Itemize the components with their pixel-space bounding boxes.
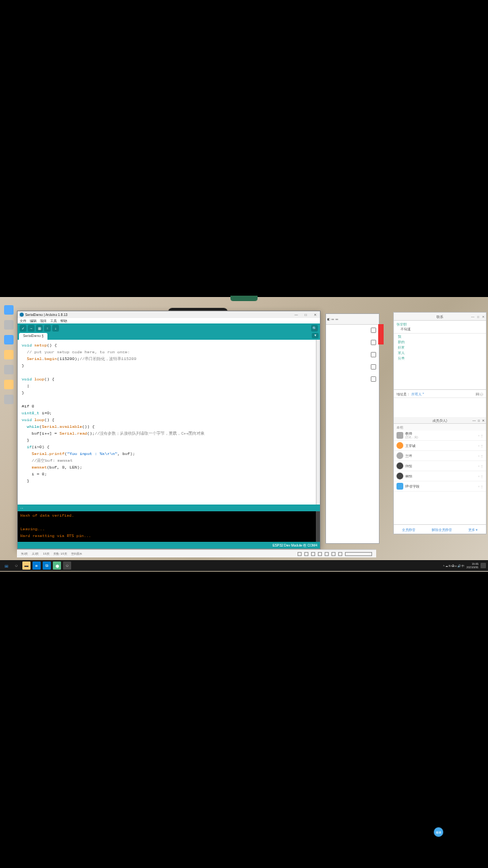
desktop-icon-folder[interactable]: [4, 350, 14, 359]
chat-current[interactable]: 张学明 不知道: [394, 321, 486, 334]
member-max-icon[interactable]: □: [478, 417, 480, 424]
new-button[interactable]: ▦: [36, 325, 43, 332]
addr-icons[interactable]: 回 ㊀: [476, 392, 483, 396]
browser-tool-icon[interactable]: [371, 376, 376, 382]
chat-cat[interactable]: 分类: [394, 355, 486, 361]
code-editor[interactable]: void setup() { // put your setup code he…: [18, 340, 320, 505]
chat-maximize-icon[interactable]: □: [477, 315, 479, 319]
browser-tool-icon[interactable]: [371, 352, 376, 357]
view-icon[interactable]: [298, 552, 302, 556]
taskbar-app[interactable]: ⬢: [53, 561, 61, 570]
chat-cat[interactable]: 好友: [394, 344, 486, 350]
chat-titlebar[interactable]: 联系 — □ ✕: [394, 313, 486, 321]
contact-actions[interactable]: ♀ ⋮: [478, 485, 483, 488]
menu-tools[interactable]: 工具: [50, 319, 57, 323]
contact-actions[interactable]: ♀ ⋮: [478, 475, 483, 478]
minimize-button[interactable]: —: [293, 313, 299, 317]
avatar: [396, 483, 403, 490]
contact-item[interactable]: 兰坪 ♀ ⋮: [394, 451, 486, 461]
chat-close-icon[interactable]: ✕: [482, 315, 485, 319]
desktop-icon-file[interactable]: [4, 365, 14, 374]
members-header[interactable]: 成员(9人) — □ ✕: [394, 417, 486, 424]
contacts-list[interactable]: 本组 教师(主机，我) ♀ ⋮ 王学诚 ♀ ⋮ 兰坪 ♀ ⋮ 许恒 ♀ ⋮ 林怡…: [394, 424, 486, 524]
close-button[interactable]: ✕: [312, 313, 318, 317]
chat-cat[interactable]: 家人: [394, 350, 486, 355]
clock[interactable]: 19:35 2021/3/31: [466, 562, 479, 569]
maximize-button[interactable]: □: [303, 313, 308, 317]
contact-actions[interactable]: ♀ ⋮: [478, 465, 483, 468]
chat-cat[interactable]: 我: [394, 334, 486, 339]
taskbar-vscode[interactable]: ⧉: [43, 561, 51, 570]
mute-all-button[interactable]: 全员静音: [402, 528, 415, 532]
member-min-icon[interactable]: —: [472, 417, 476, 424]
contact-actions[interactable]: ♀ ⋮: [478, 454, 483, 458]
contact-actions[interactable]: ♀ ⋮: [478, 444, 483, 448]
avatar: [396, 473, 403, 479]
taskbar-browser[interactable]: ○: [63, 561, 71, 570]
contact-item[interactable]: 王学诚 ♀ ⋮: [394, 441, 486, 451]
contact-item[interactable]: 教师(主机，我) ♀ ⋮: [394, 431, 486, 441]
console-output[interactable]: Hash of data verified. Leaving... Hard r…: [18, 511, 320, 542]
member-close-icon[interactable]: ✕: [482, 417, 485, 424]
sketch-tab[interactable]: SerialDemo §: [19, 333, 47, 340]
menu-sketch[interactable]: 项目: [40, 319, 47, 323]
chat-minimize-icon[interactable]: —: [471, 315, 474, 319]
camera-notch: [230, 296, 258, 301]
menu-edit[interactable]: 编辑: [30, 319, 37, 323]
view-icon[interactable]: [325, 552, 329, 556]
console-scrollbar[interactable]: [316, 511, 320, 542]
system-tray[interactable]: ^ ☁ G ⏻ ∞ 🔊 中 19:35 2021/3/31: [443, 562, 486, 569]
group-header: 本组: [394, 424, 486, 431]
verify-button[interactable]: ✓: [20, 325, 26, 332]
browser-tool-icon[interactable]: [371, 340, 376, 345]
tab-icon: ▭: [336, 317, 338, 321]
tray-icons[interactable]: ^ ☁ G ⏻ ∞ 🔊 中: [443, 564, 465, 568]
status-bar: ESP32 Dev Module 在 COM4: [18, 542, 320, 549]
desktop-icon-file2[interactable]: [4, 395, 14, 404]
browser-tabs[interactable]: ◧ ▭ ▭: [326, 314, 379, 325]
desktop-icons: [4, 305, 14, 404]
browser-window[interactable]: ◧ ▭ ▭: [325, 313, 380, 544]
notification-icon[interactable]: [481, 563, 486, 568]
view-icon[interactable]: [318, 552, 322, 556]
editor-scrollbar[interactable]: [316, 340, 320, 505]
browser-tool-icon[interactable]: [371, 328, 376, 333]
search-button[interactable]: ○: [12, 561, 20, 570]
view-icon[interactable]: [304, 552, 308, 556]
tab-bar: SerialDemo § ▾: [18, 333, 320, 340]
contact-item[interactable]: IP-学字段 ♀ ⋮: [394, 481, 486, 492]
desktop-icon-recycle[interactable]: [4, 320, 14, 330]
taskbar-explorer[interactable]: ▬: [22, 561, 30, 570]
window-titlebar[interactable]: SerialDemo | Arduino 1.8.13 — □ ✕: [18, 311, 320, 318]
more-button[interactable]: 更多 ▾: [468, 528, 478, 532]
upload-button[interactable]: →: [28, 325, 35, 332]
menu-help[interactable]: 帮助: [60, 319, 67, 323]
view-icon[interactable]: [311, 552, 315, 556]
unmute-all-button[interactable]: 解除全员静音: [432, 528, 452, 532]
save-button[interactable]: ↓: [52, 325, 59, 332]
chat-cat[interactable]: 新的: [394, 339, 486, 344]
desktop-icon-app[interactable]: [4, 335, 14, 344]
browser-tool-icon[interactable]: [371, 364, 376, 370]
tab-menu-button[interactable]: ▾: [312, 333, 319, 338]
contact-item[interactable]: 许恒 ♀ ⋮: [394, 461, 486, 471]
desktop-icon-computer[interactable]: [4, 305, 14, 315]
serial-monitor-button[interactable]: 🔍: [311, 325, 318, 332]
menu-bar: 文件 编辑 项目 工具 帮助: [18, 318, 320, 323]
chat-panel-upper: 张学明 不知道 我 新的 好友 家人 分类: [394, 321, 486, 390]
chat-bottom-bar: 全员静音 解除全员静音 更多 ▾: [394, 524, 486, 534]
contact-item[interactable]: 林怡 ♀ ⋮: [394, 471, 486, 481]
menu-file[interactable]: 文件: [20, 319, 26, 323]
view-icon[interactable]: [331, 552, 336, 556]
avatar: [396, 432, 403, 439]
contact-actions[interactable]: ♀ ⋮: [478, 434, 483, 437]
open-button[interactable]: ↑: [44, 325, 51, 332]
toolbar: ✓ → ▦ ↑ ↓ 🔍: [18, 323, 320, 333]
desktop-icon-folder2[interactable]: [4, 380, 14, 389]
start-button[interactable]: ⊞: [2, 561, 10, 570]
invite-bubble[interactable]: 邀请: [434, 827, 443, 837]
taskbar-edge[interactable]: e: [33, 561, 41, 570]
addr-target[interactable]: 所有人 *: [411, 392, 424, 396]
zoom-slider[interactable]: [345, 552, 372, 556]
view-icon[interactable]: [338, 552, 342, 556]
